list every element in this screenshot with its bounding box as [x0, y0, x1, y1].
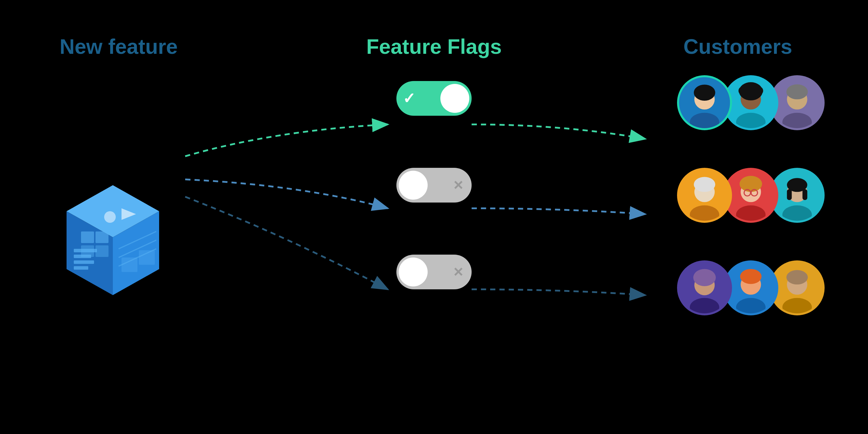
scene: New feature Feature Flags Customers [0, 0, 868, 434]
svg-point-57 [693, 269, 716, 286]
toggle-1[interactable]: ✓ [396, 81, 472, 116]
toggle-off-icon-3: ✕ [453, 265, 464, 279]
feature-flags-header: Feature Flags [366, 35, 502, 58]
avatar-group-3 [677, 260, 825, 315]
new-feature-cube [52, 174, 174, 295]
svg-point-32 [746, 83, 755, 92]
svg-point-66 [786, 270, 808, 284]
toggle-3-knob [399, 257, 428, 286]
svg-rect-20 [139, 250, 155, 265]
svg-rect-52 [787, 189, 792, 200]
svg-rect-12 [81, 245, 94, 257]
toggle-3[interactable]: ✕ [396, 255, 472, 289]
toggle-1-knob [440, 84, 469, 113]
svg-point-36 [786, 84, 808, 99]
svg-rect-8 [74, 260, 94, 264]
customers-column [677, 75, 825, 315]
svg-point-44 [740, 176, 762, 192]
svg-point-40 [694, 177, 715, 192]
toggle-on-icon: ✓ [403, 90, 415, 107]
new-feature-header: New feature [43, 35, 194, 58]
svg-rect-9 [74, 266, 88, 270]
avatar-1-1 [677, 75, 732, 130]
svg-rect-11 [95, 231, 108, 243]
customers-header: Customers [651, 35, 825, 58]
avatar-group-1 [677, 75, 825, 130]
svg-point-25 [694, 86, 715, 95]
svg-point-30 [738, 87, 747, 95]
toggle-2-knob [399, 171, 428, 199]
svg-rect-10 [81, 231, 94, 243]
svg-rect-13 [95, 245, 108, 257]
feature-flags-column: ✓ ✕ ✕ [396, 81, 472, 289]
toggle-2[interactable]: ✕ [396, 168, 472, 203]
avatar-2-1 [677, 168, 732, 223]
layout: New feature Feature Flags Customers [43, 29, 825, 405]
svg-point-62 [741, 269, 761, 279]
avatar-group-2 [677, 168, 825, 223]
svg-rect-19 [122, 257, 137, 272]
svg-point-31 [754, 87, 763, 95]
svg-point-14 [104, 211, 116, 223]
avatar-3-1 [677, 260, 732, 315]
toggle-off-icon-2: ✕ [453, 178, 464, 193]
svg-rect-53 [803, 189, 808, 200]
